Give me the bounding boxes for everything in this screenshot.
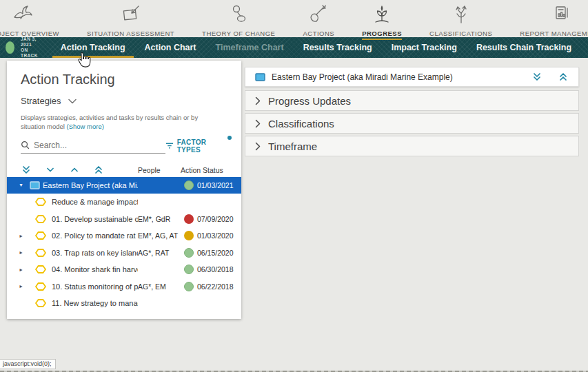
caret-right-icon[interactable]: ▸	[16, 249, 26, 256]
panel-description: Displays strategies, activities and task…	[7, 106, 234, 132]
table-row-strategy[interactable]: ▸ 10. Status monitoring of proj... AG*, …	[7, 278, 241, 296]
sprout-icon	[371, 3, 393, 28]
row-people: EM*, AG, AT	[138, 231, 181, 240]
tab-results-chain-tracking[interactable]: Results Chain Tracking	[467, 37, 581, 58]
table-row-strategy[interactable]: ▸ 02. Policy to mandate rat barr... EM*,…	[7, 227, 241, 245]
action-status-date: 06/15/2020	[197, 249, 241, 257]
table-row-strategy[interactable]: ▸ 04. Monitor shark fin harvesti... 06/3…	[7, 261, 241, 278]
chevron-up-icon[interactable]	[70, 165, 79, 174]
expand-all-sections-icon[interactable]	[533, 72, 541, 81]
toolbar-label: ACTIONS	[303, 30, 334, 37]
row-label: 10. Status monitoring of proj...	[52, 282, 138, 291]
action-status-date: 01/03/2020	[197, 231, 241, 240]
tab-results-tracking[interactable]: Results Tracking	[294, 37, 382, 58]
tree-controls	[7, 165, 138, 174]
expand-all-icon[interactable]	[22, 165, 30, 174]
action-status-dot	[184, 231, 194, 240]
detail-panel-title: Eastern Bay Project (aka Miradi Marine E…	[272, 72, 453, 82]
accordion-classifications[interactable]: Classifications	[245, 113, 579, 134]
column-header-action-status[interactable]: Action Status	[178, 166, 241, 174]
toolbar-item-report-management[interactable]: REPORT MANAGEMENT	[520, 3, 588, 37]
view-selector-dropdown[interactable]: Strategies	[7, 87, 241, 106]
accordion-progress-updates[interactable]: Progress Updates	[245, 90, 579, 111]
linked-nodes-icon	[227, 3, 250, 28]
chevron-right-icon	[255, 142, 261, 151]
tab-timeframe-chart: Timeframe Chart	[206, 37, 294, 58]
table-row-strategy[interactable]: 01. Develop sustainable ocea... EM*, GdR…	[7, 211, 241, 228]
search-icon	[21, 141, 30, 149]
main-toolbar: PROJECT OVERVIEW SITUATION ASSESSMENT TH…	[0, 0, 588, 37]
detail-panel-header: Eastern Bay Project (aka Miradi Marine E…	[245, 67, 579, 87]
show-more-link[interactable]: (Show more)	[67, 123, 104, 130]
accordion-sections: Progress Updates Classifications Timefra…	[245, 90, 579, 156]
toolbar-item-theory-of-change[interactable]: THEORY OF CHANGE	[202, 3, 275, 37]
browser-status-tooltip: javascript:void(0);	[0, 359, 56, 369]
page-title: Action Tracking	[7, 61, 241, 87]
search-row: FACTOR TYPES	[7, 132, 241, 154]
toolbar-item-actions[interactable]: ACTIONS	[303, 3, 334, 37]
project-icon	[26, 181, 43, 189]
tab-action-tracking[interactable]: Action Tracking	[51, 37, 135, 58]
collapse-all-icon[interactable]	[94, 165, 103, 174]
project-icon	[255, 73, 265, 81]
tab-impact-tracking[interactable]: Impact Tracking	[382, 37, 467, 58]
status-badge-text: JAN 3, 2021 ON TRACK	[21, 37, 41, 59]
row-label: Reduce & manage impacts fr...	[52, 198, 138, 206]
toolbar-item-project-overview[interactable]: PROJECT OVERVIEW	[0, 3, 59, 37]
chevron-right-icon	[255, 119, 261, 128]
filter-icon	[165, 142, 174, 149]
action-status-date: 06/30/2018	[197, 265, 241, 273]
toolbar-label: THEORY OF CHANGE	[202, 30, 275, 37]
toolbar-item-classifications[interactable]: CLASSIFICATIONS	[429, 3, 492, 37]
row-label: Eastern Bay Project (aka Mi...	[43, 181, 138, 189]
action-status-dot	[184, 282, 194, 291]
coral-icon	[450, 3, 472, 28]
row-people: EM*, GdR	[138, 215, 181, 223]
action-status-date: 07/09/2020	[197, 215, 241, 223]
row-people: AG*, EM	[138, 282, 181, 291]
search-input[interactable]	[34, 141, 158, 150]
search-field[interactable]	[21, 141, 165, 154]
project-status-badge[interactable]: JAN 3, 2021 ON TRACK	[0, 37, 41, 58]
row-label: 02. Policy to mandate rat barr...	[52, 231, 138, 240]
action-tracking-panel: Action Tracking Strategies Displays stra…	[7, 61, 241, 319]
row-label: 11. New strategy to manage s...	[52, 299, 138, 307]
row-people: AG*, RAT	[138, 249, 181, 257]
caret-right-icon[interactable]: ▸	[16, 283, 26, 289]
chevron-right-icon	[255, 96, 261, 105]
row-label: 03. Trap rats on key islands	[52, 249, 138, 257]
caret-right-icon[interactable]: ▸	[16, 267, 26, 273]
chevron-down-icon[interactable]	[46, 165, 54, 174]
toolbar-item-progress[interactable]: PROGRESS	[362, 3, 402, 40]
bird-icon	[12, 3, 34, 28]
action-status-dot	[184, 265, 194, 274]
toolbar-label: SITUATION ASSESSMENT	[87, 30, 174, 37]
action-status-date: 06/22/2018	[197, 282, 241, 291]
accordion-timeframe[interactable]: Timeframe	[245, 136, 579, 156]
status-dot-green	[6, 41, 14, 54]
factor-types-filter-button[interactable]: FACTOR TYPES	[165, 138, 233, 154]
tab-assumptions: Assumptions	[581, 37, 588, 58]
table-row-project[interactable]: ▾ Eastern Bay Project (aka Mi... ... 01/…	[7, 177, 241, 194]
tab-action-chart[interactable]: Action Chart	[135, 37, 206, 58]
column-header-people[interactable]: People	[138, 166, 178, 174]
action-status-dot	[184, 180, 194, 190]
action-status-dot	[184, 214, 194, 224]
view-selector-label: Strategies	[21, 96, 61, 106]
collapse-all-sections-icon[interactable]	[559, 72, 567, 81]
caret-right-icon[interactable]: ▸	[16, 233, 26, 239]
table-row-strategy[interactable]: ▸ 03. Trap rats on key islands AG*, RAT …	[7, 245, 241, 262]
table-header: People Action Status	[7, 163, 241, 177]
row-label: 01. Develop sustainable ocea...	[52, 215, 138, 223]
map-arrow-icon	[120, 3, 142, 28]
factor-types-label: FACTOR TYPES	[177, 138, 227, 154]
row-label: 04. Monitor shark fin harvesti...	[52, 265, 138, 273]
toolbar-label: CLASSIFICATIONS	[429, 30, 492, 37]
caret-down-icon[interactable]: ▾	[16, 182, 26, 188]
table-row-strategy[interactable]: Reduce & manage impacts fr...	[7, 194, 241, 211]
toolbar-item-situation-assessment[interactable]: SITUATION ASSESSMENT	[87, 3, 174, 37]
detail-panel: Eastern Bay Project (aka Miradi Marine E…	[245, 67, 579, 158]
table-row-strategy[interactable]: 11. New strategy to manage s...	[7, 295, 241, 312]
shovel-icon	[307, 3, 330, 28]
progress-navbar: JAN 3, 2021 ON TRACK Action Tracking Act…	[0, 37, 588, 58]
